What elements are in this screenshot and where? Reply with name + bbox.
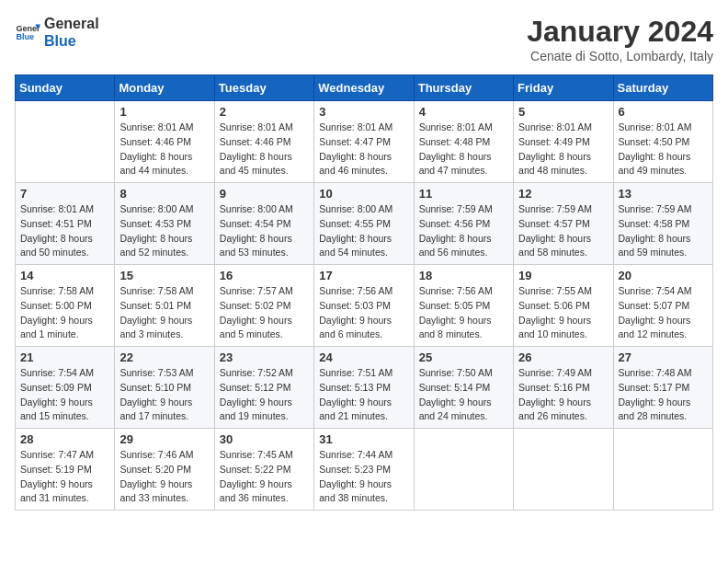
calendar-cell — [414, 429, 513, 511]
calendar-cell: 8Sunrise: 8:00 AMSunset: 4:53 PMDaylight… — [115, 183, 214, 265]
day-info: Sunrise: 7:44 AMSunset: 5:23 PMDaylight:… — [319, 448, 408, 506]
page-header: General Blue General Blue January 2024 C… — [15, 15, 713, 63]
calendar-cell: 18Sunrise: 7:56 AMSunset: 5:05 PMDayligh… — [414, 265, 513, 347]
day-info: Sunrise: 8:01 AMSunset: 4:51 PMDaylight:… — [20, 202, 109, 260]
day-info: Sunrise: 7:46 AMSunset: 5:20 PMDaylight:… — [119, 448, 209, 506]
day-number: 15 — [119, 269, 209, 282]
day-number: 4 — [419, 105, 508, 119]
day-number: 12 — [518, 187, 608, 201]
day-info: Sunrise: 8:01 AMSunset: 4:46 PMDaylight:… — [220, 121, 309, 178]
day-number: 18 — [419, 269, 508, 282]
day-number: 10 — [319, 187, 408, 201]
day-number: 29 — [119, 432, 209, 446]
calendar-week-row: 28Sunrise: 7:47 AMSunset: 5:19 PMDayligh… — [16, 429, 713, 511]
day-number: 14 — [20, 269, 109, 282]
day-info: Sunrise: 8:00 AMSunset: 4:54 PMDaylight:… — [220, 202, 309, 260]
day-number: 9 — [220, 187, 309, 201]
calendar-cell: 23Sunrise: 7:52 AMSunset: 5:12 PMDayligh… — [214, 347, 313, 429]
logo-icon: General Blue — [15, 19, 40, 45]
day-info: Sunrise: 8:01 AMSunset: 4:46 PMDaylight:… — [119, 121, 209, 178]
day-number: 22 — [119, 350, 209, 364]
weekday-header: Thursday — [414, 75, 513, 101]
day-number: 11 — [419, 187, 508, 201]
calendar-cell: 30Sunrise: 7:45 AMSunset: 5:22 PMDayligh… — [214, 429, 313, 511]
day-number: 3 — [319, 105, 408, 119]
day-number: 2 — [220, 105, 309, 119]
day-info: Sunrise: 7:56 AMSunset: 5:03 PMDaylight:… — [319, 284, 408, 342]
calendar-week-row: 14Sunrise: 7:58 AMSunset: 5:00 PMDayligh… — [16, 265, 713, 347]
weekday-header-row: SundayMondayTuesdayWednesdayThursdayFrid… — [16, 75, 713, 101]
calendar-cell: 27Sunrise: 7:48 AMSunset: 5:17 PMDayligh… — [613, 347, 712, 429]
calendar-cell: 6Sunrise: 8:01 AMSunset: 4:50 PMDaylight… — [613, 101, 712, 183]
calendar-cell: 22Sunrise: 7:53 AMSunset: 5:10 PMDayligh… — [115, 347, 214, 429]
weekday-header: Monday — [115, 75, 214, 101]
day-info: Sunrise: 7:49 AMSunset: 5:16 PMDaylight:… — [518, 366, 608, 424]
day-info: Sunrise: 7:55 AMSunset: 5:06 PMDaylight:… — [518, 284, 608, 342]
location: Cenate di Sotto, Lombardy, Italy — [527, 49, 713, 63]
calendar-week-row: 7Sunrise: 8:01 AMSunset: 4:51 PMDaylight… — [16, 183, 713, 265]
calendar-cell — [16, 101, 115, 183]
weekday-header: Friday — [514, 75, 613, 101]
day-info: Sunrise: 7:47 AMSunset: 5:19 PMDaylight:… — [20, 448, 109, 506]
day-info: Sunrise: 7:45 AMSunset: 5:22 PMDaylight:… — [220, 448, 309, 506]
day-info: Sunrise: 7:58 AMSunset: 5:00 PMDaylight:… — [20, 284, 109, 342]
day-info: Sunrise: 7:48 AMSunset: 5:17 PMDaylight:… — [619, 366, 708, 424]
day-info: Sunrise: 7:59 AMSunset: 4:57 PMDaylight:… — [518, 202, 608, 260]
title-block: January 2024 Cenate di Sotto, Lombardy, … — [527, 15, 713, 63]
calendar-cell: 24Sunrise: 7:51 AMSunset: 5:13 PMDayligh… — [314, 347, 414, 429]
day-info: Sunrise: 7:59 AMSunset: 4:56 PMDaylight:… — [419, 202, 508, 260]
day-number: 13 — [619, 187, 708, 201]
day-info: Sunrise: 7:53 AMSunset: 5:10 PMDaylight:… — [119, 366, 209, 424]
calendar-cell: 19Sunrise: 7:55 AMSunset: 5:06 PMDayligh… — [514, 265, 613, 347]
calendar-cell: 16Sunrise: 7:57 AMSunset: 5:02 PMDayligh… — [214, 265, 313, 347]
day-number: 28 — [20, 432, 109, 446]
day-info: Sunrise: 8:00 AMSunset: 4:55 PMDaylight:… — [319, 202, 408, 260]
day-number: 31 — [319, 432, 408, 446]
day-info: Sunrise: 8:01 AMSunset: 4:47 PMDaylight:… — [319, 121, 408, 178]
day-info: Sunrise: 7:50 AMSunset: 5:14 PMDaylight:… — [419, 366, 508, 424]
day-info: Sunrise: 7:58 AMSunset: 5:01 PMDaylight:… — [119, 284, 209, 342]
weekday-header: Sunday — [16, 75, 115, 101]
calendar-cell: 20Sunrise: 7:54 AMSunset: 5:07 PMDayligh… — [613, 265, 712, 347]
calendar-cell: 7Sunrise: 8:01 AMSunset: 4:51 PMDaylight… — [16, 183, 115, 265]
day-number: 1 — [119, 105, 209, 119]
day-number: 17 — [319, 269, 408, 282]
calendar-cell: 1Sunrise: 8:01 AMSunset: 4:46 PMDaylight… — [115, 101, 214, 183]
calendar-week-row: 21Sunrise: 7:54 AMSunset: 5:09 PMDayligh… — [16, 347, 713, 429]
calendar-cell: 31Sunrise: 7:44 AMSunset: 5:23 PMDayligh… — [314, 429, 414, 511]
day-number: 24 — [319, 350, 408, 364]
day-number: 30 — [220, 432, 309, 446]
calendar-cell: 12Sunrise: 7:59 AMSunset: 4:57 PMDayligh… — [514, 183, 613, 265]
calendar-cell: 29Sunrise: 7:46 AMSunset: 5:20 PMDayligh… — [115, 429, 214, 511]
day-info: Sunrise: 7:52 AMSunset: 5:12 PMDaylight:… — [220, 366, 309, 424]
day-info: Sunrise: 8:01 AMSunset: 4:48 PMDaylight:… — [419, 121, 508, 178]
calendar-cell: 13Sunrise: 7:59 AMSunset: 4:58 PMDayligh… — [613, 183, 712, 265]
calendar-cell: 26Sunrise: 7:49 AMSunset: 5:16 PMDayligh… — [514, 347, 613, 429]
day-info: Sunrise: 7:51 AMSunset: 5:13 PMDaylight:… — [319, 366, 408, 424]
calendar-cell: 10Sunrise: 8:00 AMSunset: 4:55 PMDayligh… — [314, 183, 414, 265]
logo: General Blue General Blue — [15, 15, 99, 50]
day-number: 23 — [220, 350, 309, 364]
calendar-table: SundayMondayTuesdayWednesdayThursdayFrid… — [15, 75, 713, 511]
calendar-cell: 2Sunrise: 8:01 AMSunset: 4:46 PMDaylight… — [214, 101, 313, 183]
day-number: 21 — [20, 350, 109, 364]
day-number: 6 — [619, 105, 708, 119]
calendar-cell — [613, 429, 712, 511]
calendar-cell: 25Sunrise: 7:50 AMSunset: 5:14 PMDayligh… — [414, 347, 513, 429]
logo-blue: Blue — [44, 32, 99, 50]
calendar-cell: 4Sunrise: 8:01 AMSunset: 4:48 PMDaylight… — [414, 101, 513, 183]
day-number: 5 — [518, 105, 608, 119]
day-number: 20 — [619, 269, 708, 282]
day-info: Sunrise: 8:00 AMSunset: 4:53 PMDaylight:… — [119, 202, 209, 260]
calendar-cell: 3Sunrise: 8:01 AMSunset: 4:47 PMDaylight… — [314, 101, 414, 183]
day-info: Sunrise: 8:01 AMSunset: 4:50 PMDaylight:… — [619, 121, 708, 178]
calendar-cell: 17Sunrise: 7:56 AMSunset: 5:03 PMDayligh… — [314, 265, 414, 347]
day-number: 26 — [518, 350, 608, 364]
day-info: Sunrise: 7:54 AMSunset: 5:07 PMDaylight:… — [619, 284, 708, 342]
weekday-header: Wednesday — [314, 75, 414, 101]
day-number: 8 — [119, 187, 209, 201]
calendar-cell: 14Sunrise: 7:58 AMSunset: 5:00 PMDayligh… — [16, 265, 115, 347]
calendar-cell: 5Sunrise: 8:01 AMSunset: 4:49 PMDaylight… — [514, 101, 613, 183]
calendar-cell: 21Sunrise: 7:54 AMSunset: 5:09 PMDayligh… — [16, 347, 115, 429]
day-number: 7 — [20, 187, 109, 201]
